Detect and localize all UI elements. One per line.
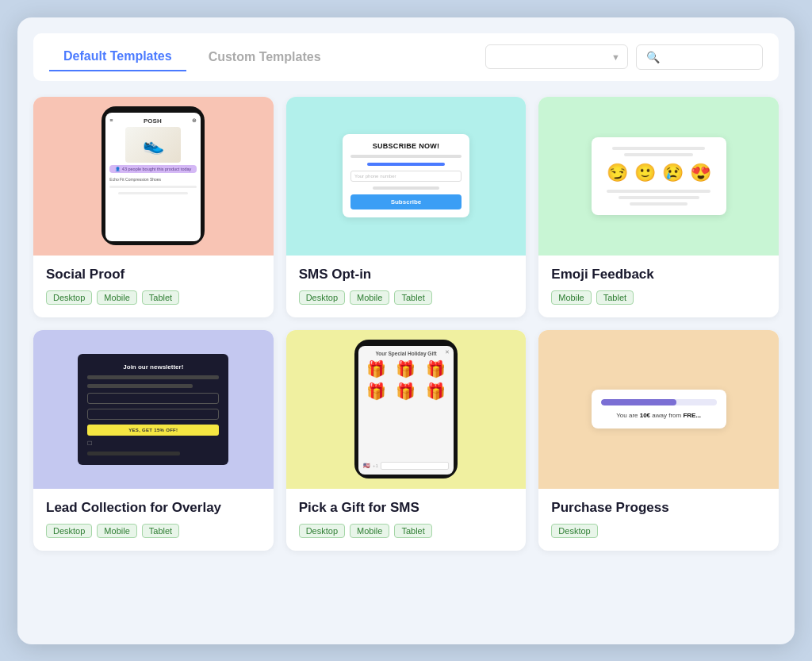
card-body-lead-collection: Lead Collection for Overlay Desktop Mobi…	[33, 489, 274, 551]
tags-sms-optin: Desktop Mobile Tablet	[299, 290, 514, 305]
preview-lead-collection: Join our newsletter! YES, GET 15% OFF! ☐	[33, 330, 274, 489]
tag-mobile: Mobile	[350, 524, 389, 538]
tag-tablet: Tablet	[596, 290, 634, 305]
filter-dropdown[interactable]	[485, 44, 628, 69]
preview-pick-gift: Your Special Holiday Gift ✕ 🎁 🎁 🎁 🎁 🎁 🎁 …	[286, 330, 527, 489]
templates-grid: ≡POSH⊕ 👟 👤 43 people bought this product…	[33, 97, 779, 551]
search-wrapper: 🔍	[636, 44, 763, 70]
tags-emoji-feedback: Mobile Tablet	[551, 290, 766, 305]
gift-phone-mockup: Your Special Holiday Gift ✕ 🎁 🎁 🎁 🎁 🎁 🎁 …	[354, 340, 458, 478]
tag-tablet: Tablet	[142, 290, 179, 305]
card-title-pick-gift: Pick a Gift for SMS	[299, 500, 514, 516]
card-purchase-progress[interactable]: You are 10€ away from FRE... Purchase Pr…	[538, 330, 779, 551]
emoji-popup: 😏🙂😢😍	[592, 137, 726, 215]
preview-emoji-feedback: 😏🙂😢😍	[538, 97, 779, 256]
preview-sms-optin: SUBSCRIBE NOW! Your phone number Subscri…	[286, 97, 527, 256]
tab-custom[interactable]: Custom Templates	[194, 44, 335, 71]
card-title-lead-collection: Lead Collection for Overlay	[46, 500, 261, 516]
tag-mobile: Mobile	[97, 524, 136, 538]
search-icon: 🔍	[646, 51, 660, 63]
card-body-social-proof: Social Proof Desktop Mobile Tablet	[33, 256, 274, 317]
tags-purchase-progress: Desktop	[551, 524, 766, 538]
phone-mockup: ≡POSH⊕ 👟 👤 43 people bought this product…	[102, 106, 205, 245]
card-emoji-feedback[interactable]: 😏🙂😢😍 Emoji Feedback Mobile Tablet	[538, 97, 779, 317]
tag-tablet: Tablet	[394, 524, 431, 538]
app-container: Default Templates Custom Templates ▼ 🔍 ≡…	[17, 17, 795, 644]
tag-mobile: Mobile	[350, 290, 389, 305]
tag-desktop: Desktop	[46, 290, 92, 305]
preview-purchase-progress: You are 10€ away from FRE...	[538, 330, 779, 489]
preview-social-proof: ≡POSH⊕ 👟 👤 43 people bought this product…	[33, 97, 274, 256]
tag-desktop: Desktop	[551, 524, 597, 538]
card-social-proof[interactable]: ≡POSH⊕ 👟 👤 43 people bought this product…	[33, 97, 274, 317]
tag-tablet: Tablet	[142, 524, 179, 538]
card-body-pick-gift: Pick a Gift for SMS Desktop Mobile Table…	[286, 489, 527, 551]
progress-popup: You are 10€ away from FRE...	[592, 390, 726, 428]
tags-social-proof: Desktop Mobile Tablet	[46, 290, 261, 305]
card-sms-optin[interactable]: SUBSCRIBE NOW! Your phone number Subscri…	[286, 97, 527, 317]
card-lead-collection[interactable]: Join our newsletter! YES, GET 15% OFF! ☐…	[33, 330, 274, 551]
tags-lead-collection: Desktop Mobile Tablet	[46, 524, 261, 538]
card-body-sms-optin: SMS Opt-in Desktop Mobile Tablet	[286, 256, 527, 317]
tag-desktop: Desktop	[46, 524, 92, 538]
card-title-social-proof: Social Proof	[46, 267, 261, 282]
card-pick-gift[interactable]: Your Special Holiday Gift ✕ 🎁 🎁 🎁 🎁 🎁 🎁 …	[286, 330, 527, 551]
header: Default Templates Custom Templates ▼ 🔍	[33, 33, 779, 81]
search-input[interactable]	[665, 51, 753, 63]
tab-default[interactable]: Default Templates	[49, 43, 186, 71]
card-title-purchase-progress: Purchase Progess	[551, 500, 766, 516]
card-title-sms-optin: SMS Opt-in	[299, 267, 514, 282]
card-body-emoji-feedback: Emoji Feedback Mobile Tablet	[538, 256, 779, 317]
sms-popup: SUBSCRIBE NOW! Your phone number Subscri…	[343, 134, 469, 217]
card-title-emoji-feedback: Emoji Feedback	[551, 267, 766, 282]
card-body-purchase-progress: Purchase Progess Desktop	[538, 489, 779, 551]
tags-pick-gift: Desktop Mobile Tablet	[299, 524, 514, 538]
tag-mobile: Mobile	[551, 290, 591, 305]
tag-desktop: Desktop	[299, 524, 345, 538]
dropdown-wrapper: ▼	[485, 44, 628, 69]
lead-popup: Join our newsletter! YES, GET 15% OFF! ☐	[78, 354, 228, 465]
tag-tablet: Tablet	[394, 290, 431, 305]
tag-desktop: Desktop	[299, 290, 345, 305]
tag-mobile: Mobile	[97, 290, 136, 305]
